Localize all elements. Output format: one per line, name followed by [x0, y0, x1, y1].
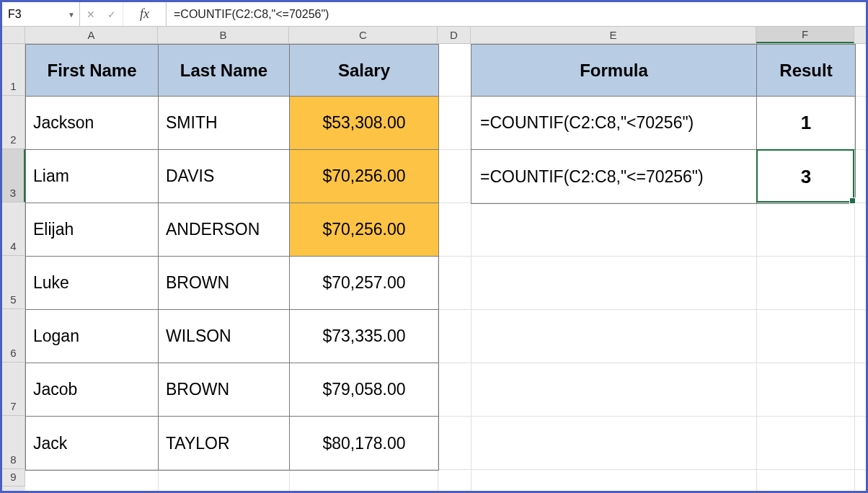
- cell-salary[interactable]: $70,256.00: [290, 150, 438, 203]
- col-header-D[interactable]: D: [438, 27, 471, 43]
- row-header-4[interactable]: 4: [2, 203, 25, 256]
- cell-last[interactable]: BROWN: [159, 257, 290, 310]
- cell-salary[interactable]: $80,178.00: [290, 417, 438, 470]
- side-table: Formula Result =COUNTIF(C2:C8,"<70256") …: [471, 44, 856, 204]
- cell-last[interactable]: WILSON: [159, 310, 290, 363]
- cell-last[interactable]: BROWN: [159, 363, 290, 417]
- name-box[interactable]: F3 ▼: [2, 2, 80, 26]
- table-row: =COUNTIF(C2:C8,"<70256") 1: [471, 97, 855, 150]
- cell-formula[interactable]: =COUNTIF(C2:C8,"<=70256"): [471, 150, 757, 203]
- formula-bar-buttons: ✕ ✓: [80, 2, 123, 26]
- chevron-down-icon[interactable]: ▼: [68, 10, 75, 18]
- column-headers: A B C D E F: [2, 27, 866, 44]
- cell-first[interactable]: Jack: [26, 417, 159, 470]
- table-row: Liam DAVIS $70,256.00: [26, 150, 438, 203]
- fx-icon[interactable]: fx: [123, 2, 167, 26]
- cell-result[interactable]: 1: [757, 97, 855, 150]
- header-last-name[interactable]: Last Name: [159, 45, 290, 97]
- row-header-2[interactable]: 2: [2, 96, 25, 149]
- main-table: First Name Last Name Salary Jackson SMIT…: [25, 44, 439, 471]
- cell-last[interactable]: SMITH: [159, 97, 290, 150]
- row-header-6[interactable]: 6: [2, 309, 25, 363]
- header-first-name[interactable]: First Name: [26, 45, 159, 97]
- select-all-corner[interactable]: [2, 27, 25, 43]
- row-header-9[interactable]: 9: [2, 469, 25, 487]
- grid-wrapper: 1 2 3 4 5 6 7 8 9 First Nam: [2, 44, 866, 491]
- col-header-A[interactable]: A: [25, 27, 158, 43]
- cell-formula[interactable]: =COUNTIF(C2:C8,"<70256"): [471, 97, 757, 150]
- table-row: Logan WILSON $73,335.00: [26, 310, 438, 363]
- enter-icon[interactable]: ✓: [107, 9, 116, 20]
- table-row: =COUNTIF(C2:C8,"<=70256") 3: [471, 150, 855, 203]
- cell-first[interactable]: Elijah: [26, 203, 159, 257]
- formula-bar: F3 ▼ ✕ ✓ fx =COUNTIF(C2:C8,"<=70256"): [2, 2, 866, 27]
- cell-last[interactable]: TAYLOR: [159, 417, 290, 470]
- cell-first[interactable]: Luke: [26, 257, 159, 310]
- cell-result[interactable]: 3: [757, 150, 855, 203]
- cell-first[interactable]: Logan: [26, 310, 159, 363]
- col-header-F[interactable]: F: [756, 27, 854, 43]
- row-header-5[interactable]: 5: [2, 256, 25, 309]
- cell-first[interactable]: Liam: [26, 150, 159, 203]
- table-row: Jackson SMITH $53,308.00: [26, 97, 438, 150]
- col-header-C[interactable]: C: [289, 27, 438, 43]
- cell-salary[interactable]: $70,256.00: [290, 203, 438, 257]
- col-header-B[interactable]: B: [158, 27, 289, 43]
- row-header-8[interactable]: 8: [2, 416, 25, 469]
- header-salary[interactable]: Salary: [290, 45, 438, 97]
- cell-salary[interactable]: $73,335.00: [290, 310, 438, 363]
- cells-area[interactable]: First Name Last Name Salary Jackson SMIT…: [25, 44, 866, 491]
- table-row: Jacob BROWN $79,058.00: [26, 363, 438, 417]
- main-table-header: First Name Last Name Salary: [26, 45, 438, 97]
- formula-input[interactable]: =COUNTIF(C2:C8,"<=70256"): [167, 2, 866, 26]
- header-formula[interactable]: Formula: [471, 45, 757, 97]
- header-result[interactable]: Result: [757, 45, 855, 97]
- row-headers: 1 2 3 4 5 6 7 8 9: [2, 44, 25, 491]
- col-header-E[interactable]: E: [471, 27, 756, 43]
- cell-first[interactable]: Jackson: [26, 97, 159, 150]
- table-row: Elijah ANDERSON $70,256.00: [26, 203, 438, 257]
- cell-salary[interactable]: $70,257.00: [290, 257, 438, 310]
- cell-last[interactable]: ANDERSON: [159, 203, 290, 257]
- side-table-header: Formula Result: [471, 45, 855, 97]
- formula-text: =COUNTIF(C2:C8,"<=70256"): [174, 8, 329, 21]
- table-row: Luke BROWN $70,257.00: [26, 257, 438, 310]
- cell-salary[interactable]: $79,058.00: [290, 363, 438, 417]
- row-header-1[interactable]: 1: [2, 44, 25, 96]
- cell-salary[interactable]: $53,308.00: [290, 97, 438, 150]
- cell-last[interactable]: DAVIS: [159, 150, 290, 203]
- row-header-7[interactable]: 7: [2, 363, 25, 416]
- name-box-value: F3: [8, 8, 22, 21]
- cell-first[interactable]: Jacob: [26, 363, 159, 417]
- row-header-3[interactable]: 3: [2, 149, 25, 203]
- table-row: Jack TAYLOR $80,178.00: [26, 417, 438, 470]
- cancel-icon[interactable]: ✕: [87, 9, 95, 20]
